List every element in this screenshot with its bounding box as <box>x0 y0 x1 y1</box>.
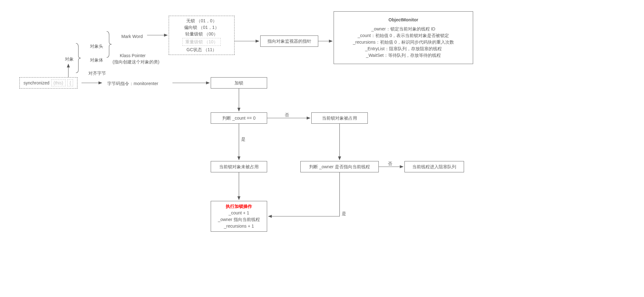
object-root-label: 对象 <box>61 54 77 64</box>
mw-heavy: 重量级锁 （10） <box>182 38 220 46</box>
edge-label-yes-1: 是 <box>241 137 245 142</box>
om-recursions: _recursions：初始值 0，标识同步代码块的重入次数 <box>353 39 454 46</box>
mw-biased: 偏向锁 （01，1） <box>184 24 219 31</box>
do-lock-title: 执行加锁操作 <box>226 203 252 210</box>
mw-noLock: 无锁 （01，0） <box>186 18 217 24</box>
mw-gc: GC状态 （11） <box>187 46 217 53</box>
om-entrylist: _EntryList：阻塞队列，存放阻塞的线程 <box>365 46 441 52</box>
object-monitor-box: ObjectMonitor _owner：锁定当前对象的线程 ID _count… <box>334 11 473 64</box>
do-lock-box: 执行加锁操作 _count + 1 _owner 指向当前线程 _recursi… <box>211 201 267 232</box>
do-lock-l3: _recursions + 1 <box>224 223 254 230</box>
synchronized-this: (this) <box>51 79 66 86</box>
edge-label-yes-2: 是 <box>342 211 346 216</box>
edge-label-no-1: 否 <box>285 112 289 117</box>
object-align-label: 对齐字节 <box>85 68 110 78</box>
check-owner-box: 判断 _owner 是否指向当前线程 <box>300 161 379 172</box>
bytecode-label: 字节码指令：monitorenter <box>103 78 162 89</box>
object-head-label: 对象头 <box>86 41 107 51</box>
object-monitor-title: ObjectMonitor <box>388 17 418 23</box>
not-occupied-box: 当前锁对象未被占用 <box>211 161 267 172</box>
lock-box: 加锁 <box>211 77 267 89</box>
mark-word-states-box: 无锁 （01，0） 偏向锁 （01，1） 轻量级锁 （00） 重量级锁 （10）… <box>169 16 235 55</box>
synchronized-kw: synchronized <box>24 80 50 86</box>
om-owner: _owner：锁定当前对象的线程 ID <box>372 26 435 32</box>
enter-block-box: 当前线程进入阻塞队列 <box>404 161 464 172</box>
do-lock-l1: _count + 1 <box>229 210 249 216</box>
object-body-label: 对象体 <box>86 55 107 65</box>
klass-desc-label: (指向创建这个对象的类) <box>109 57 163 67</box>
om-count: _count：初始值 0，表示当前锁对象是否被锁定 <box>358 32 449 39</box>
occupied-box: 当前锁对象被占用 <box>311 112 368 124</box>
mark-word-label: Mark Word <box>118 31 146 42</box>
mw-light: 轻量级锁 （00） <box>185 31 218 37</box>
om-waitset: _WaitSet：等待队列，存放等待的线程 <box>366 52 441 59</box>
do-lock-l2: _owner 指向当前线程 <box>218 216 260 223</box>
edge-label-no-2: 否 <box>388 161 392 166</box>
check-count-box: 判断 _count == 0 <box>211 112 267 124</box>
synchronized-brace: { <box>67 79 73 86</box>
monitor-pointer-box: 指向对象监视器的指针 <box>260 35 318 47</box>
synchronized-box: synchronized (this) { <box>19 77 77 89</box>
